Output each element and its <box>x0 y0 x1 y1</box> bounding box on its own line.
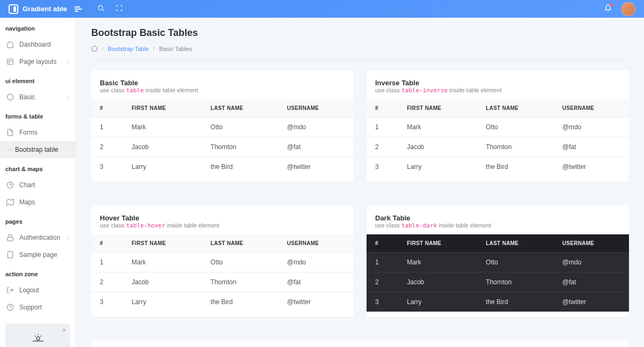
home-icon <box>6 41 14 48</box>
col-head-index: # <box>367 234 398 253</box>
cell-first: Larry <box>398 292 477 312</box>
sidebar-group-title: pages <box>0 211 76 229</box>
search-icon[interactable] <box>97 4 105 13</box>
svg-point-0 <box>98 5 103 10</box>
layout-icon <box>6 58 14 65</box>
cell-user: @twitter <box>279 157 354 177</box>
cell-index: 2 <box>367 137 398 157</box>
logout-icon <box>6 286 14 294</box>
weather-icon <box>12 332 64 346</box>
cell-user: @mdo <box>279 117 354 137</box>
sidebar-item-label: Dashboard <box>19 41 51 48</box>
striped-table-card: Striped Table use class table-striped in… <box>91 341 629 347</box>
cell-first: Larry <box>123 292 202 312</box>
cell-user: @fat <box>554 272 629 292</box>
col-head-index: # <box>367 99 398 117</box>
sidebar-item-maps[interactable]: Maps <box>0 194 76 211</box>
col-head-first: FIRST NAME <box>398 99 477 117</box>
svg-rect-2 <box>8 59 13 65</box>
sidebar-item-label: Sample page <box>19 251 57 259</box>
chevron-right-icon: › <box>68 59 69 65</box>
breadcrumb-link[interactable]: Bootstrap Table <box>108 46 149 52</box>
breadcrumb-current: Basic Tables <box>159 46 192 52</box>
table-row: 1MarkOtto@mdo <box>367 253 629 272</box>
card-subtitle: use class table inside table element <box>100 87 345 94</box>
cell-first: Jacob <box>398 137 477 157</box>
chevron-right-icon: › <box>68 94 69 100</box>
cell-index: 3 <box>367 157 398 177</box>
lock-icon <box>6 234 14 241</box>
cell-index: 2 <box>91 137 123 157</box>
map-icon <box>6 198 14 206</box>
sidebar-item-label: Logout <box>19 286 39 294</box>
svg-line-14 <box>40 336 41 337</box>
table-row: 1MarkOtto@mdo <box>91 117 354 137</box>
table-row: 2JacobThornton@fat <box>367 272 629 292</box>
col-head-first: FIRST NAME <box>123 234 202 253</box>
page-icon <box>6 251 14 259</box>
hover-table-card: Hover Table use class table-hover inside… <box>91 205 354 317</box>
sidebar-item-forms[interactable]: Forms <box>0 124 76 141</box>
cell-last: Thornton <box>477 137 553 157</box>
sidebar-group-title: navigation <box>0 18 76 36</box>
topbar: Gradient able <box>0 0 644 18</box>
sidebar-toggle-button[interactable] <box>75 6 82 12</box>
sidebar-item-authentication[interactable]: Authentication› <box>0 229 76 246</box>
sidebar-item-sample-page[interactable]: Sample page <box>0 246 76 263</box>
sidebar-item-support[interactable]: Support <box>0 299 76 316</box>
sidebar-item-label: Chart <box>19 181 35 189</box>
brand-logo[interactable]: Gradient able <box>9 4 67 14</box>
cell-user: @fat <box>554 137 629 157</box>
svg-marker-5 <box>7 199 14 205</box>
close-icon[interactable]: × <box>62 327 66 334</box>
inverse-table-card: Inverse Table use class table-inverse in… <box>367 70 629 182</box>
table-row: 3Larrythe Bird@twitter <box>367 157 629 177</box>
cell-last: the Bird <box>477 157 553 177</box>
cell-last: the Bird <box>477 292 553 312</box>
dark-table: #FIRST NAMELAST NAMEUSERNAME1MarkOtto@md… <box>367 234 629 312</box>
table-row: 3Larrythe Bird@twitter <box>91 292 354 312</box>
page-title: Bootstrap Basic Tables <box>91 27 629 39</box>
sidebar-item-basic[interactable]: Basic› <box>0 88 76 106</box>
sidebar-group-title: forms & table <box>0 106 76 124</box>
sidebar-item-page-layouts[interactable]: Page layouts› <box>0 53 76 70</box>
card-subtitle: use class table-hover inside table eleme… <box>100 222 345 229</box>
hover-table: #FIRST NAMELAST NAMEUSERNAME1MarkOtto@md… <box>91 234 354 312</box>
cell-index: 1 <box>91 117 123 137</box>
table-row: 2JacobThornton@fat <box>91 137 354 157</box>
table-row: 1MarkOtto@mdo <box>367 117 629 137</box>
svg-line-1 <box>103 10 104 11</box>
cell-first: Jacob <box>123 137 202 157</box>
box-icon <box>6 93 14 101</box>
sidebar-item-dashboard[interactable]: Dashboard <box>0 36 76 53</box>
sidebar-item-logout[interactable]: Logout <box>0 282 76 299</box>
cell-first: Larry <box>123 157 202 177</box>
pie-icon <box>6 181 14 189</box>
cell-user: @twitter <box>279 292 354 312</box>
cell-first: Mark <box>123 253 202 272</box>
cell-user: @fat <box>279 137 354 157</box>
user-avatar[interactable] <box>621 2 635 16</box>
card-subtitle: use class table-inverse inside table ele… <box>375 87 620 94</box>
logo-icon <box>9 4 18 14</box>
svg-point-11 <box>36 337 40 340</box>
table-row: 2JacobThornton@fat <box>367 137 629 157</box>
cell-first: Jacob <box>398 272 477 292</box>
sidebar-item-chart[interactable]: Chart <box>0 176 76 194</box>
sidebar-item-bootstrap-table[interactable]: Bootstrap table <box>0 141 76 158</box>
cell-last: Thornton <box>477 272 553 292</box>
table-row: 3Larrythe Bird@twitter <box>91 157 354 177</box>
col-head-first: FIRST NAME <box>123 99 202 117</box>
cell-user: @mdo <box>554 253 629 272</box>
fullscreen-icon[interactable] <box>115 4 123 13</box>
col-head-user: USERNAME <box>279 234 354 253</box>
cell-last: Otto <box>202 253 278 272</box>
cell-last: Thornton <box>202 272 278 292</box>
brand-name: Gradient able <box>23 5 67 13</box>
notifications-icon[interactable] <box>604 4 612 13</box>
cell-first: Mark <box>398 117 477 137</box>
card-title: Basic Table <box>100 79 345 87</box>
sidebar: navigationDashboardPage layouts›ui eleme… <box>0 18 76 347</box>
sidebar-group-title: action zone <box>0 263 76 282</box>
home-icon[interactable] <box>91 45 98 53</box>
